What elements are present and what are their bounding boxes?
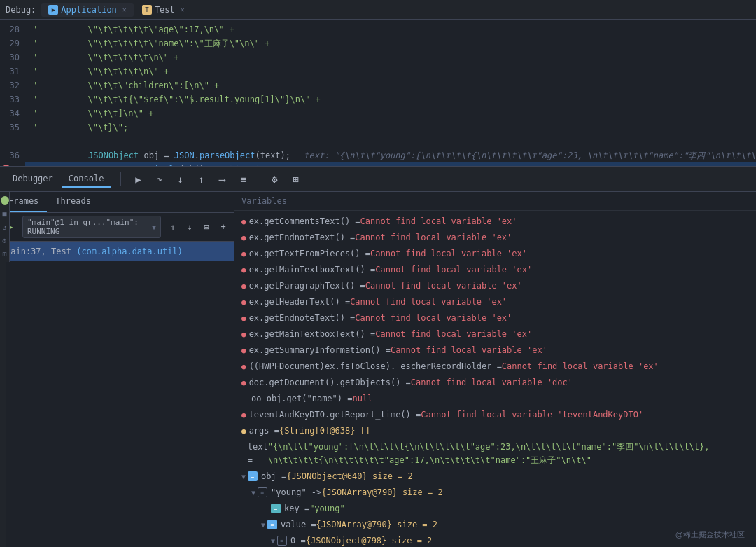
expand-obj-icon[interactable] [241, 470, 246, 483]
var-item: ● ex.getCommentsText() = Cannot find loc… [234, 214, 756, 230]
var-item-args: ● args = {String[0]@638} [] [234, 423, 756, 439]
list-icon: ≡ [277, 536, 287, 546]
error-icon: ● [241, 279, 246, 293]
tab-test-close[interactable]: ✕ [181, 6, 185, 13]
frame-method: main:37, Test [6, 247, 76, 256]
step-out-btn[interactable]: ↑ [191, 170, 211, 188]
var-item-key-young: = key = "young" [234, 501, 756, 517]
var-item-young[interactable]: ≡ "young" -> {JSONArray@790} size = 2 [234, 485, 756, 501]
frame-item-main[interactable]: main:37, Test (com.alpha.data.util) [0, 242, 234, 261]
error-icon: ● [241, 231, 246, 244]
var-item: ● ex.getTextFromPieces() = Cannot find l… [234, 246, 756, 262]
code-line-32: " \"\t\t\"children\":[\n\" + [25, 78, 756, 92]
eq-icon: = [248, 471, 258, 481]
debug-main: Frames Threads ▶ "main"@1 in gr..."main"… [0, 192, 756, 547]
line-numbers: 28 29 30 31 32 33 34 35 36 37 [0, 20, 25, 166]
evaluate-btn[interactable]: ≡ [233, 170, 253, 188]
test-icon: T [142, 5, 152, 15]
tab-test-label: Test [155, 5, 175, 15]
code-line-34: " \"\t\t]\n\" + [25, 106, 756, 120]
expand-young-icon[interactable] [251, 486, 255, 499]
watermark: @稀土掘金技术社区 [676, 529, 745, 540]
tab-console[interactable]: Console [62, 171, 111, 188]
var-item-tevent: ● teventAndKeyDTO.getReport_time() = Can… [234, 407, 756, 423]
var-item-obj-name: oo obj.get("name") = null [234, 391, 756, 407]
code-line-30: " \"\t\t\t\t\t\n\" + [25, 50, 756, 64]
left-side-icons: ■ ↺ ⚙ ⊞ [0, 192, 10, 262]
eq-icon: = [271, 504, 281, 513]
var-item: ● ex.getParagraphText() = Cannot find lo… [234, 278, 756, 294]
step-over-btn[interactable]: ↷ [149, 170, 169, 188]
settings-btn[interactable]: ⚙ [265, 170, 284, 188]
code-line-37: System.out.println(obj); obj: size = 2 [25, 162, 756, 166]
variables-header: Variables [234, 192, 756, 211]
step-into-btn[interactable]: ↓ [170, 170, 190, 188]
list-icon: ≡ [258, 487, 267, 497]
code-line-29: " \"\t\t\t\t\t\"name\":\"王麻子\"\n\" + [25, 36, 756, 50]
stop-icon[interactable]: ■ [2, 210, 6, 218]
threads-tab[interactable]: Threads [47, 192, 99, 212]
tab-debugger-label: Debugger [13, 174, 53, 184]
debug-toolbar: Debugger Console ▶ ↷ ↓ ↑ ⟶ ≡ ⚙ ⊞ [0, 167, 756, 192]
frames-header: Frames Threads [0, 192, 234, 213]
error-icon: ● [241, 296, 246, 309]
tab-application[interactable]: ▶ Application ✕ [41, 3, 134, 17]
code-line-35: " \"\t}\"; [25, 120, 756, 134]
tab-debugger[interactable]: Debugger [6, 171, 60, 188]
var-item: ● ex.getEndnoteText() = Cannot find loca… [234, 310, 756, 326]
code-line-blank [25, 134, 756, 148]
var-item: ● ex.getMainTextboxText() = Cannot find … [234, 326, 756, 342]
chevron-down-icon: ▼ [152, 223, 156, 231]
up-btn[interactable]: ↑ [165, 219, 181, 235]
error-icon: ● [241, 312, 246, 325]
app-icon: ▶ [48, 5, 58, 15]
filter-btn[interactable]: ⊟ [199, 219, 214, 235]
down-btn[interactable]: ↓ [182, 219, 197, 235]
var-item: ● ex.getHeaderText() = Cannot find local… [234, 294, 756, 310]
debug-bar: Debug: ▶ Application ✕ T Test ✕ [0, 0, 756, 20]
var-item: ● ex.getSummaryInformation() = Cannot fi… [234, 342, 756, 359]
thread-selector[interactable]: "main"@1 in gr..."main": RUNNING ▼ [22, 216, 161, 238]
add-btn[interactable]: + [216, 219, 231, 235]
var-item-text: text = "{\n\t\t"young":[\n\t\t\t\t{\n\t\… [234, 439, 756, 469]
var-item: ● ex.getMainTextboxText() = Cannot find … [234, 262, 756, 278]
frame-class: (com.alpha.data.util) [76, 247, 183, 256]
code-line-31: " \"\t\t\t\t\n\" + [25, 64, 756, 78]
error-icon: ● [241, 247, 246, 261]
resume-btn[interactable]: ▶ [128, 170, 148, 188]
gear-icon[interactable]: ⚙ [2, 237, 6, 244]
expand-value-icon[interactable] [261, 518, 265, 532]
tab-application-close[interactable]: ✕ [122, 6, 127, 13]
error-icon: ● [241, 344, 246, 357]
frames-controls: ▶ "main"@1 in gr..."main": RUNNING ▼ ↑ ↓… [0, 213, 234, 242]
layout-btn[interactable]: ⊞ [286, 170, 305, 188]
eq-icon: = [267, 520, 277, 529]
rerun-icon[interactable]: ↺ [2, 223, 6, 231]
debug-resume-icon[interactable] [1, 196, 9, 205]
error-icon: ● [241, 408, 246, 422]
variables-list: ● ex.getCommentsText() = Cannot find loc… [234, 211, 756, 547]
tab-test[interactable]: T Test ✕ [135, 3, 192, 17]
var-item: ● ((HWPFDocument)ex.fsToClose)._escherRe… [234, 359, 756, 375]
expand-0-icon[interactable] [271, 534, 275, 547]
code-content: " \"\t\t\t\t\t\"age\":17,\n\" + " \"\t\t… [25, 20, 756, 166]
code-line-28: " \"\t\t\t\t\t\"age\":17,\n\" + [25, 22, 756, 36]
error-icon: ● [241, 215, 246, 228]
debug-label: Debug: [6, 5, 36, 15]
separator-2 [260, 172, 260, 186]
var-item: ● ex.getEndnoteText() = Cannot find loca… [234, 230, 756, 246]
var-item: ● doc.getDocument().getObjects() = Canno… [234, 375, 756, 391]
error-icon: ● [241, 328, 246, 341]
separator-1 [120, 172, 121, 186]
run-to-cursor-btn[interactable]: ⟶ [212, 170, 232, 188]
warn-icon: ● [241, 424, 246, 438]
error-icon: ● [241, 360, 246, 373]
layout-icon[interactable]: ⊞ [2, 250, 6, 258]
code-line-33: " \"\t\t\t{\"$ref\":\"$.result.young[1]\… [25, 92, 756, 106]
code-line-36: JSONObject obj = JSON.parseObject(text);… [25, 148, 756, 162]
tab-application-label: Application [61, 5, 116, 15]
var-item-obj[interactable]: = obj = {JSONObject@640} size = 2 [234, 469, 756, 485]
error-icon: ● [241, 263, 246, 277]
right-panel: Variables ● ex.getCommentsText() = Canno… [234, 192, 756, 547]
thread-label: "main"@1 in gr..."main": RUNNING [27, 218, 149, 236]
